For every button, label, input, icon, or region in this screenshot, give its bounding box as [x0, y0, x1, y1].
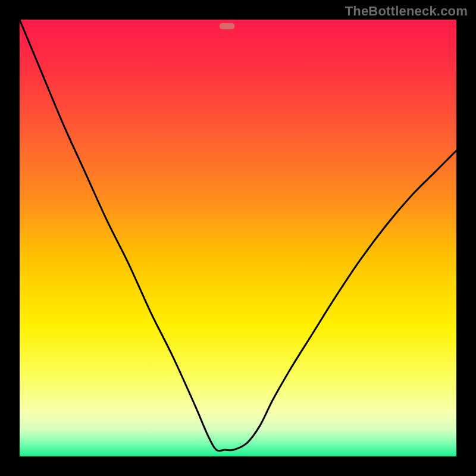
- chart-frame: TheBottleneck.com: [0, 0, 476, 476]
- watermark-text: TheBottleneck.com: [345, 4, 468, 19]
- plot-area: [20, 20, 456, 456]
- bottleneck-marker: [220, 23, 235, 29]
- chart-svg: [20, 20, 456, 456]
- gradient-background: [20, 20, 456, 456]
